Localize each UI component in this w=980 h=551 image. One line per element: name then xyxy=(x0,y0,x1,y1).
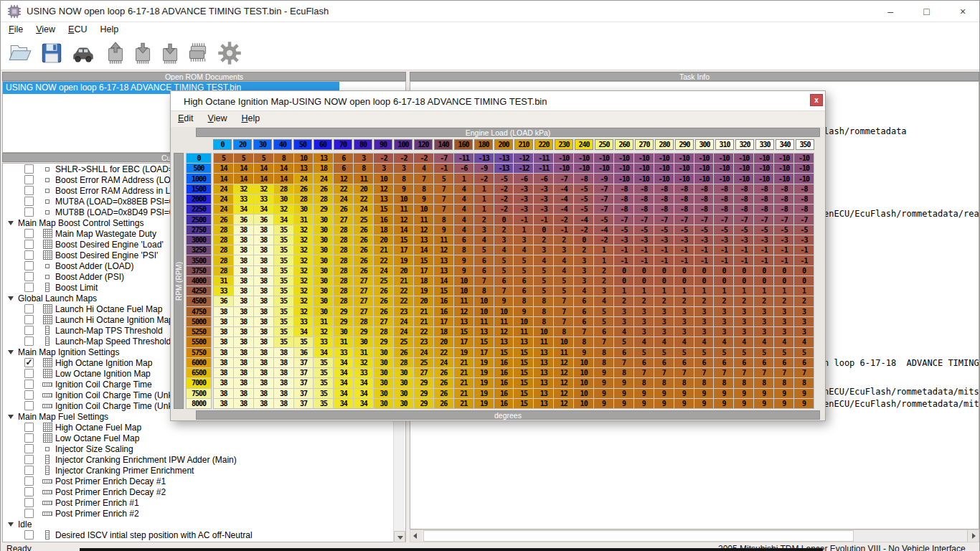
map-cell[interactable]: -3 xyxy=(734,235,753,245)
map-cell[interactable]: 16 xyxy=(434,296,453,306)
map-cell[interactable]: 12 xyxy=(434,245,453,255)
map-cell[interactable]: 14 xyxy=(274,164,293,173)
map-cell[interactable]: 12 xyxy=(554,358,573,367)
map-cell[interactable]: 6 xyxy=(334,164,353,173)
map-cell[interactable]: -10 xyxy=(594,164,613,173)
map-cell[interactable]: 12 xyxy=(334,174,353,183)
map-cell[interactable]: 5 xyxy=(774,348,793,357)
map-cell[interactable]: 0 xyxy=(694,276,714,286)
map-cell[interactable]: 24 xyxy=(334,194,353,204)
map-cell[interactable]: 38 xyxy=(274,348,293,357)
map-cell[interactable]: 26 xyxy=(374,296,393,306)
map-cell[interactable]: 0 xyxy=(754,276,773,286)
map-cell[interactable]: 6 xyxy=(754,358,773,367)
map-cell[interactable]: 13 xyxy=(534,399,553,408)
map-cell[interactable]: 36 xyxy=(234,215,253,224)
map-cell[interactable]: 29 xyxy=(314,204,333,214)
map-cell[interactable]: 9 xyxy=(694,389,714,398)
map-cell[interactable]: -8 xyxy=(694,184,714,194)
map-cell[interactable]: 8 xyxy=(574,337,593,347)
checkbox[interactable] xyxy=(24,433,34,443)
map-cell[interactable]: 6 xyxy=(654,358,674,367)
map-cell[interactable]: 38 xyxy=(274,358,293,367)
map-cell[interactable]: 20 xyxy=(414,296,433,306)
map-cell[interactable]: 26 xyxy=(354,225,373,235)
map-cell[interactable]: 6 xyxy=(334,154,353,163)
map-cell[interactable]: -1 xyxy=(774,245,793,255)
map-cell[interactable]: 8 xyxy=(754,378,773,387)
map-cell[interactable]: 24 xyxy=(214,194,233,204)
map-cell[interactable]: 31 xyxy=(354,348,373,357)
map-cell[interactable]: 32 xyxy=(294,266,314,276)
map-cell[interactable]: 3 xyxy=(674,317,694,326)
scrollbar-thumb[interactable] xyxy=(423,530,854,542)
map-cell[interactable]: 7 xyxy=(794,368,814,377)
map-cell[interactable]: 16 xyxy=(434,307,453,316)
map-cell[interactable]: 20 xyxy=(374,235,393,245)
map-cell[interactable]: 21 xyxy=(394,276,413,286)
map-cell[interactable]: 5 xyxy=(634,348,654,357)
map-cell[interactable]: 7 xyxy=(614,358,633,367)
map-cell[interactable]: 3 xyxy=(694,317,714,326)
map-cell[interactable]: 38 xyxy=(254,225,273,235)
map-cell[interactable]: 6 xyxy=(574,307,593,316)
map-cell[interactable]: 26 xyxy=(334,204,353,214)
map-cell[interactable]: 2 xyxy=(674,296,694,306)
map-cell[interactable]: 38 xyxy=(234,389,253,398)
map-cell[interactable]: 15 xyxy=(394,235,413,245)
map-cell[interactable]: 19 xyxy=(394,255,413,265)
map-cell[interactable]: -10 xyxy=(614,164,633,173)
map-cell[interactable]: 1 xyxy=(774,286,793,296)
map-cell[interactable]: 11 xyxy=(414,215,433,224)
map-cell[interactable]: 30 xyxy=(394,378,413,387)
map-cell[interactable]: -8 xyxy=(654,204,674,214)
map-cell[interactable]: 27 xyxy=(374,317,393,326)
map-cell[interactable]: 5 xyxy=(794,348,814,357)
close-button[interactable]: × xyxy=(946,1,979,22)
map-cell[interactable]: -5 xyxy=(714,225,733,235)
map-cell[interactable]: 18 xyxy=(434,327,453,336)
map-cell[interactable]: -7 xyxy=(594,184,613,194)
map-cell[interactable]: 30 xyxy=(354,337,373,347)
map-cell[interactable]: 7 xyxy=(754,368,773,377)
map-cell[interactable]: 27 xyxy=(354,276,373,286)
map-cell[interactable]: 3 xyxy=(494,235,514,245)
map-cell[interactable]: 26 xyxy=(354,245,373,255)
map-cell[interactable]: 9 xyxy=(614,378,633,387)
map-cell[interactable]: 7 xyxy=(594,337,613,347)
map-cell[interactable]: -1 xyxy=(654,255,674,265)
map-cell[interactable]: 4 xyxy=(714,337,733,347)
write-to-ecu-button[interactable] xyxy=(128,41,156,68)
map-cell[interactable]: 11 xyxy=(554,348,573,357)
map-cell[interactable]: 1 xyxy=(474,184,494,194)
menu-view[interactable]: View xyxy=(201,111,235,126)
map-cell[interactable]: -10 xyxy=(734,174,753,183)
map-cell[interactable]: 0 xyxy=(774,276,793,286)
map-cell[interactable]: 10 xyxy=(574,389,593,398)
map-cell[interactable]: 1 xyxy=(474,194,494,204)
map-cell[interactable]: 9 xyxy=(394,184,413,194)
map-cell[interactable]: 0 xyxy=(734,276,753,286)
map-cell[interactable]: 15 xyxy=(514,378,533,387)
map-cell[interactable]: 1 xyxy=(594,255,613,265)
map-cell[interactable]: 0 xyxy=(654,266,674,276)
map-cell[interactable]: 2 xyxy=(494,225,514,235)
map-cell[interactable]: 9 xyxy=(594,378,613,387)
map-cell[interactable]: 6 xyxy=(514,286,533,296)
map-cell[interactable]: 7 xyxy=(774,368,793,377)
map-cell[interactable]: 25 xyxy=(414,358,433,367)
map-cell[interactable]: 35 xyxy=(274,245,293,255)
map-cell[interactable]: 3 xyxy=(614,307,633,316)
map-cell[interactable]: 0 xyxy=(734,266,753,276)
map-cell[interactable]: 26 xyxy=(374,307,393,316)
map-cell[interactable]: 7 xyxy=(494,286,514,296)
map-cell[interactable]: 8 xyxy=(714,378,733,387)
map-cell[interactable]: -1 xyxy=(554,225,573,235)
map-cell[interactable]: 13 xyxy=(534,389,553,398)
map-cell[interactable]: 21 xyxy=(454,389,473,398)
map-cell[interactable]: -10 xyxy=(614,174,633,183)
map-cell[interactable]: 30 xyxy=(314,286,333,296)
map-cell[interactable]: 4 xyxy=(594,296,613,306)
map-cell[interactable]: 38 xyxy=(254,266,273,276)
map-cell[interactable]: 8 xyxy=(394,174,413,183)
